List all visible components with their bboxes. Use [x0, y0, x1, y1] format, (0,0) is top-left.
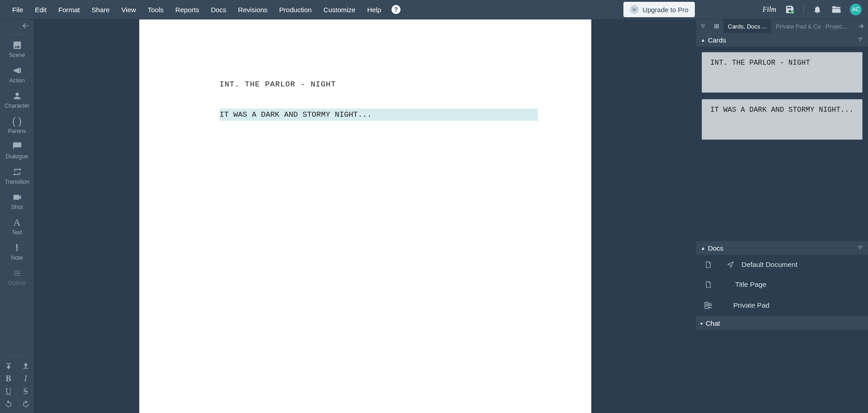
chat-header-label: Chat: [706, 319, 720, 327]
exclamation-icon: !: [12, 243, 22, 253]
tool-dialogue[interactable]: Dialogue: [0, 138, 34, 163]
menu-edit[interactable]: Edit: [29, 1, 52, 18]
tool-character-label: Character: [5, 103, 29, 109]
menu-list: File Edit Format Share View Tools Report…: [6, 1, 401, 18]
document-icon: [703, 261, 712, 269]
right-panel: Cards, Docs ... Private Pad & Co... Proj…: [696, 19, 868, 413]
parens-icon: ( ): [12, 116, 22, 126]
svg-point-2: [709, 304, 712, 306]
tool-shot[interactable]: Shot: [0, 189, 34, 214]
tool-dialogue-label: Dialogue: [6, 153, 28, 160]
user-avatar[interactable]: AC: [850, 4, 862, 15]
menu-view[interactable]: View: [116, 1, 142, 18]
doc-default-label: Default Document: [741, 261, 797, 269]
tool-text[interactable]: A Text: [0, 214, 34, 239]
doc-default[interactable]: Default Document: [696, 255, 868, 275]
project-type-label: Film: [763, 5, 776, 14]
menu-share[interactable]: Share: [86, 1, 116, 18]
tool-scene-label: Scene: [9, 52, 25, 58]
italic-icon[interactable]: I: [21, 374, 30, 383]
notes-icon: [703, 300, 712, 310]
tool-action-label: Action: [9, 77, 25, 84]
scene-heading[interactable]: INT. THE PARLOR - NIGHT: [220, 78, 511, 90]
action-line[interactable]: IT WAS A DARK AND STORMY NIGHT...: [220, 109, 538, 121]
tool-parens-label: Parens: [8, 128, 26, 134]
menu-reports[interactable]: Reports: [170, 1, 205, 18]
tool-scene[interactable]: Scene: [0, 37, 34, 62]
doc-title-page[interactable]: Title Page: [696, 275, 868, 294]
underline-icon[interactable]: U: [4, 387, 13, 396]
chat-section-header[interactable]: ▸ Chat: [696, 316, 868, 330]
upgrade-button[interactable]: W Upgrade to Pro: [623, 2, 695, 17]
notifications-icon[interactable]: [812, 4, 823, 15]
help-icon[interactable]: ?: [392, 5, 401, 14]
send-icon: [726, 261, 735, 268]
redo-icon[interactable]: [21, 399, 30, 408]
card-item[interactable]: IT WAS A DARK AND STORMY NIGHT...: [702, 99, 863, 140]
card-item[interactable]: INT. THE PARLOR - NIGHT: [702, 52, 863, 93]
upload-icon[interactable]: [21, 361, 30, 370]
tool-shot-label: Shot: [11, 204, 23, 210]
tool-action[interactable]: Action: [0, 62, 34, 87]
tool-outline-label: Outline: [8, 280, 26, 286]
divider: [803, 5, 804, 14]
tab-cards-docs[interactable]: Cards, Docs ...: [723, 19, 771, 33]
cards-header-label: Cards: [708, 36, 726, 44]
tool-note-label: Note: [11, 255, 23, 261]
menu-revisions[interactable]: Revisions: [232, 1, 274, 18]
save-icon[interactable]: [784, 4, 795, 15]
cards-filter-icon[interactable]: [857, 36, 863, 44]
tool-character[interactable]: Character: [0, 87, 34, 113]
tool-outline[interactable]: Outline: [0, 265, 34, 290]
download-icon[interactable]: [4, 361, 13, 370]
panel-columns-icon[interactable]: [710, 19, 723, 33]
format-toolbox: B I U S: [0, 358, 34, 413]
rail-grip-icon: ┈┈┈┈┈: [0, 32, 34, 37]
app-logo-icon: W: [630, 5, 639, 14]
tab-project[interactable]: Projec...: [821, 19, 852, 33]
tool-transition[interactable]: Transition: [0, 163, 34, 189]
undo-icon[interactable]: [4, 399, 13, 408]
open-folder-icon[interactable]: [831, 4, 842, 15]
cards-section-header[interactable]: ▲ Cards: [696, 33, 868, 47]
menu-customize[interactable]: Customize: [317, 1, 361, 18]
bold-icon[interactable]: B: [4, 374, 13, 383]
docs-section-header[interactable]: ▲ Docs: [696, 241, 868, 255]
docs-list: Default Document Title Page Private Pad: [696, 255, 868, 316]
editor-scroll[interactable]: INT. THE PARLOR - NIGHT IT WAS A DARK AN…: [132, 19, 598, 413]
tab-private-pad[interactable]: Private Pad & Co...: [771, 19, 821, 33]
caret-down-icon: ▲: [701, 246, 705, 251]
left-rail: ┈┈┈┈┈ Scene Action Character ( ) Parens …: [0, 19, 34, 413]
menu-help[interactable]: Help: [361, 1, 387, 18]
tool-parens[interactable]: ( ) Parens: [0, 113, 34, 138]
menu-tools[interactable]: Tools: [142, 1, 170, 18]
menu-docs[interactable]: Docs: [205, 1, 232, 18]
top-menu-bar: File Edit Format Share View Tools Report…: [0, 0, 868, 19]
document-icon: [703, 280, 712, 289]
tool-transition-label: Transition: [5, 179, 29, 185]
expand-right-icon[interactable]: [854, 19, 868, 33]
tool-text-label: Text: [12, 229, 22, 236]
caret-right-icon: ▸: [701, 321, 703, 326]
menu-production[interactable]: Production: [274, 1, 318, 18]
doc-private-pad[interactable]: Private Pad: [696, 294, 868, 316]
editor-area: INT. THE PARLOR - NIGHT IT WAS A DARK AN…: [34, 19, 696, 413]
upgrade-label: Upgrade to Pro: [642, 6, 689, 14]
collapse-left-rail[interactable]: [0, 19, 34, 32]
doc-private-pad-label: Private Pad: [733, 301, 769, 309]
panel-menu-icon[interactable]: [696, 19, 710, 33]
element-toolbox: Scene Action Character ( ) Parens Dialog…: [0, 37, 34, 353]
svg-rect-1: [705, 302, 708, 308]
menu-file[interactable]: File: [6, 1, 29, 18]
docs-filter-icon[interactable]: [857, 244, 863, 252]
script-page[interactable]: INT. THE PARLOR - NIGHT IT WAS A DARK AN…: [139, 19, 591, 413]
right-panel-tabs: Cards, Docs ... Private Pad & Co... Proj…: [696, 19, 868, 33]
doc-title-page-label: Title Page: [735, 280, 766, 289]
rail-grip-icon: ┈┈┈┈┈: [0, 353, 34, 358]
docs-header-label: Docs: [708, 244, 723, 252]
tool-note[interactable]: ! Note: [0, 239, 34, 265]
menu-format[interactable]: Format: [52, 1, 86, 18]
strikethrough-icon[interactable]: S: [21, 387, 30, 396]
letter-a-icon: A: [12, 218, 22, 228]
cards-list: INT. THE PARLOR - NIGHT IT WAS A DARK AN…: [696, 47, 868, 241]
